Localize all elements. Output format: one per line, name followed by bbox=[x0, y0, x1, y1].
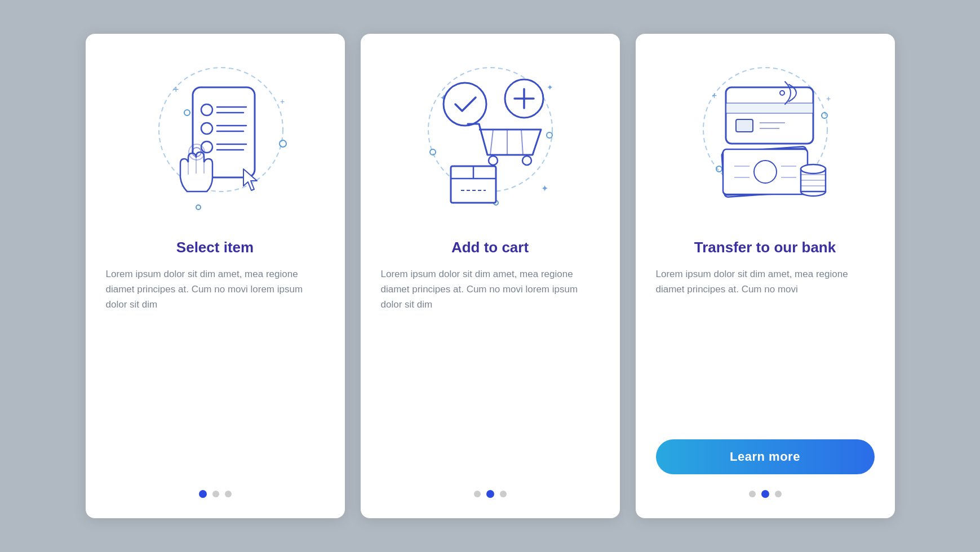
svg-point-39 bbox=[522, 156, 531, 165]
card-select-item: + + + bbox=[86, 34, 345, 518]
svg-text:✦: ✦ bbox=[541, 184, 548, 193]
svg-point-31 bbox=[444, 83, 486, 126]
dot-2 bbox=[212, 491, 219, 497]
dot-3 bbox=[225, 491, 232, 497]
svg-point-66 bbox=[801, 164, 826, 173]
card-add-to-cart-body: Lorem ipsum dolor sit dim amet, mea regi… bbox=[381, 266, 600, 474]
dot-3 bbox=[775, 491, 782, 497]
svg-text:+: + bbox=[712, 91, 717, 100]
card-transfer-bank-dots bbox=[749, 490, 782, 498]
dot-3 bbox=[500, 491, 507, 497]
svg-text:+: + bbox=[280, 97, 285, 106]
svg-point-4 bbox=[184, 110, 190, 115]
card-add-to-cart-dots bbox=[474, 490, 507, 498]
transfer-bank-icon-area: + + bbox=[681, 56, 850, 225]
svg-point-28 bbox=[547, 132, 552, 138]
svg-rect-51 bbox=[726, 103, 813, 113]
dot-1 bbox=[749, 491, 756, 497]
card-select-item-dots bbox=[199, 490, 232, 498]
svg-rect-50 bbox=[726, 87, 813, 144]
add-to-cart-icon-area: ✦ ✦ ✦ ✦ bbox=[406, 56, 575, 225]
card-transfer-bank: + + bbox=[636, 34, 895, 518]
svg-text:+: + bbox=[826, 94, 831, 103]
card-select-item-title: Select item bbox=[176, 239, 254, 256]
card-add-to-cart: ✦ ✦ ✦ ✦ bbox=[361, 34, 620, 518]
svg-point-6 bbox=[196, 205, 201, 210]
dot-2 bbox=[761, 490, 769, 498]
select-item-icon-area: + + + bbox=[131, 56, 300, 225]
svg-text:+: + bbox=[173, 84, 179, 95]
svg-point-5 bbox=[280, 140, 286, 147]
card-transfer-bank-body: Lorem ipsum dolor sit dim amet, mea regi… bbox=[656, 266, 875, 426]
card-add-to-cart-title: Add to cart bbox=[451, 239, 529, 256]
dot-2 bbox=[486, 490, 494, 498]
card-select-item-body: Lorem ipsum dolor sit dim amet, mea regi… bbox=[106, 266, 325, 474]
svg-point-47 bbox=[822, 113, 827, 118]
card-transfer-bank-title: Transfer to our bank bbox=[694, 239, 836, 256]
dot-1 bbox=[199, 490, 207, 498]
svg-text:✦: ✦ bbox=[547, 83, 553, 92]
dot-1 bbox=[474, 491, 481, 497]
svg-point-38 bbox=[489, 156, 498, 165]
cards-container: + + + bbox=[63, 11, 917, 541]
learn-more-button[interactable]: Learn more bbox=[656, 439, 875, 474]
svg-rect-58 bbox=[723, 149, 808, 194]
svg-rect-53 bbox=[736, 119, 753, 132]
